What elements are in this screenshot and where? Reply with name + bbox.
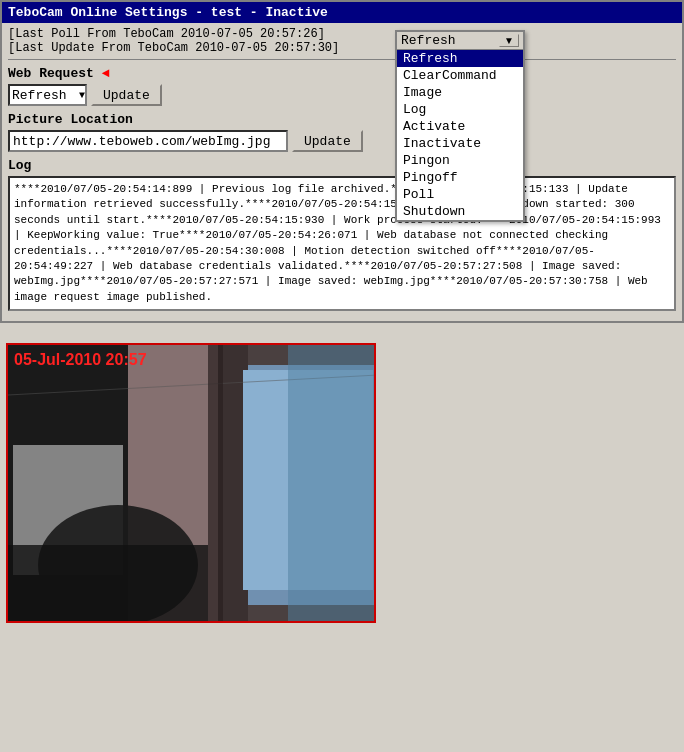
title-bar: TeboCam Online Settings - test - Inactiv… <box>2 2 682 23</box>
dropdown-item-activate[interactable]: Activate <box>397 118 523 135</box>
dropdown-item-refresh[interactable]: Refresh <box>397 50 523 67</box>
picture-location-row: Update <box>8 130 676 152</box>
web-request-update-button[interactable]: Update <box>91 84 162 106</box>
camera-timestamp: 05-Jul-2010 20:57 <box>14 351 147 369</box>
dropdown-overlay: Refresh ▼ Refresh ClearCommand Image Log… <box>395 30 525 222</box>
svg-rect-12 <box>288 345 376 623</box>
dropdown-item-inactivate[interactable]: Inactivate <box>397 135 523 152</box>
web-request-label: Web Request ◄ <box>8 66 676 81</box>
camera-section: 05-Jul-2010 20:57 <box>0 339 684 627</box>
dropdown-item-clearcommand[interactable]: ClearCommand <box>397 67 523 84</box>
dropdown-item-pingoff[interactable]: Pingoff <box>397 169 523 186</box>
dropdown-item-log[interactable]: Log <box>397 101 523 118</box>
svg-rect-11 <box>208 345 223 623</box>
window-title: TeboCam Online Settings - test - Inactiv… <box>8 5 328 20</box>
info-line-1: [Last Poll From TeboCam 2010-07-05 20:57… <box>8 27 676 41</box>
dropdown-header: Refresh ▼ <box>397 32 523 50</box>
main-content: [Last Poll From TeboCam 2010-07-05 20:57… <box>2 23 682 321</box>
log-content: ****2010/07/05-20:54:14:899 | Previous l… <box>14 183 661 303</box>
web-request-select[interactable]: Refresh <box>8 84 87 106</box>
dropdown-header-text: Refresh <box>401 33 456 48</box>
dropdown-item-shutdown[interactable]: Shutdown <box>397 203 523 220</box>
dropdown-item-pingon[interactable]: Pingon <box>397 152 523 169</box>
log-area: ****2010/07/05-20:54:14:899 | Previous l… <box>8 176 676 311</box>
web-request-select-wrapper[interactable]: Refresh <box>8 84 87 106</box>
dropdown-close-button[interactable]: ▼ <box>499 34 519 47</box>
picture-location-input[interactable] <box>8 130 288 152</box>
dropdown-item-poll[interactable]: Poll <box>397 186 523 203</box>
log-label: Log <box>8 158 676 173</box>
picture-location-label: Picture Location <box>8 112 676 127</box>
info-line-2: [Last Update From TeboCam 2010-07-05 20:… <box>8 41 676 55</box>
separator-1 <box>8 59 676 60</box>
camera-frame: 05-Jul-2010 20:57 <box>6 343 376 623</box>
camera-scene <box>8 345 376 623</box>
picture-location-update-button[interactable]: Update <box>292 130 363 152</box>
svg-rect-9 <box>8 545 208 623</box>
main-window: TeboCam Online Settings - test - Inactiv… <box>0 0 684 323</box>
dropdown-item-image[interactable]: Image <box>397 84 523 101</box>
web-request-row: Refresh Update <box>8 84 676 106</box>
